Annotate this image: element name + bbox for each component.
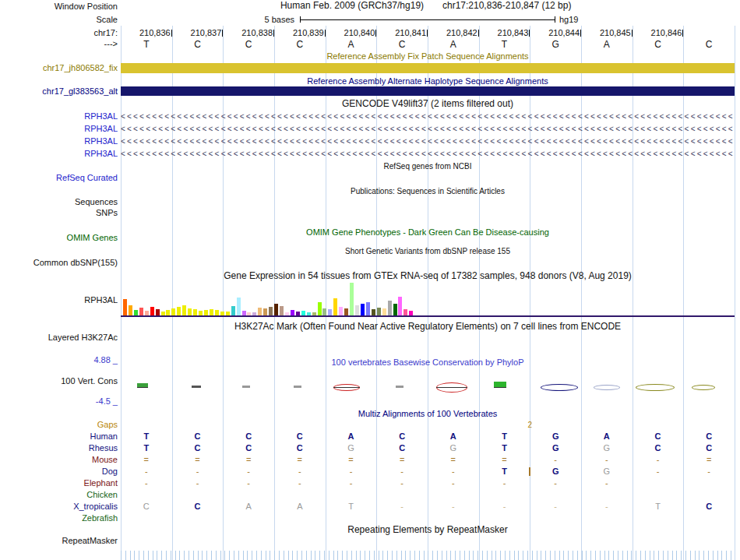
alt-haplotype-track-label[interactable]: chr17_gl383563_alt	[0, 86, 118, 97]
alignment-base: -	[240, 478, 257, 488]
sequences-label[interactable]: Sequences	[0, 197, 118, 207]
species-label-rhesus[interactable]: Rhesus	[0, 443, 118, 453]
gtex-expression-bar[interactable]	[204, 310, 208, 315]
multiz-track-title[interactable]: Multiz Alignments of 100 Vertebrates	[358, 409, 498, 419]
phylop-curve	[692, 385, 715, 390]
alignment-base: -	[291, 467, 308, 477]
gtex-expression-bar[interactable]	[231, 306, 235, 315]
gtex-expression-bar[interactable]	[372, 309, 375, 315]
species-label-human[interactable]: Human	[0, 431, 118, 442]
gtex-expression-bar[interactable]	[350, 283, 354, 315]
gtex-expression-bar[interactable]	[339, 307, 343, 315]
gtex-expression-bar[interactable]	[156, 309, 160, 315]
gtex-expression-bar[interactable]	[139, 308, 143, 315]
gtex-expression-bar[interactable]	[263, 308, 267, 315]
gtex-expression-bar[interactable]	[215, 310, 219, 315]
gtex-expression-bar[interactable]	[333, 298, 337, 315]
gtex-expression-bar[interactable]	[210, 309, 213, 315]
gtex-expression-bar[interactable]	[382, 308, 386, 315]
base-position-bottom-ruler[interactable]	[121, 551, 735, 560]
gencode-transcript-arrows[interactable]: <<<<<<<<<<<<<<<<<<<<<<<<<<<<<<<<<<<<<<<<…	[121, 111, 735, 122]
gtex-expression-bar[interactable]	[377, 308, 381, 315]
gencode-transcript-arrows[interactable]: <<<<<<<<<<<<<<<<<<<<<<<<<<<<<<<<<<<<<<<<…	[121, 149, 735, 159]
alignment-base: -	[445, 467, 462, 477]
species-label-dog[interactable]: Dog	[0, 467, 118, 477]
gtex-expression-bar[interactable]	[322, 308, 326, 315]
base-gridline	[121, 26, 122, 560]
gtex-gene-label[interactable]: RPH3AL	[0, 295, 118, 305]
dbsnp-track-title[interactable]: Short Genetic Variants from dbSNP releas…	[345, 246, 510, 256]
chromosome-label: chr17:	[0, 28, 118, 38]
coordinate-tick	[682, 30, 683, 37]
publications-track-title[interactable]: Publications: Sequences in Scientific Ar…	[351, 186, 505, 196]
fix-patch-track-label[interactable]: chr17_jh806582_fix	[0, 63, 118, 73]
h3k27ac-track-title[interactable]: H3K27Ac Mark (Often Found Near Active Re…	[234, 322, 621, 332]
alignment-base: T	[138, 431, 155, 442]
gtex-expression-bar[interactable]	[403, 309, 407, 315]
species-label-elephant[interactable]: Elephant	[0, 478, 118, 488]
gencode-gene-label[interactable]: RPH3AL	[0, 136, 118, 146]
alignment-base: =	[343, 455, 360, 465]
gencode-track-title[interactable]: GENCODE V49lift37 (2 items filtered out)	[342, 99, 513, 109]
alignment-base: G	[547, 467, 564, 477]
alignment-base: -	[445, 478, 462, 488]
gtex-expression-bar[interactable]	[328, 309, 332, 315]
gtex-expression-bar[interactable]	[291, 310, 294, 315]
fix-patch-alignment-bar[interactable]	[121, 63, 735, 73]
repeatmasker-track-title[interactable]: Repeating Elements by RepeatMasker	[347, 525, 507, 535]
gtex-expression-bar[interactable]	[318, 302, 322, 315]
gtex-expression-bar[interactable]	[134, 310, 138, 315]
alignment-base: -	[547, 478, 564, 488]
gtex-track-title[interactable]: Gene Expression in 54 tissues from GTEx …	[224, 271, 632, 281]
h3k27ac-label[interactable]: Layered H3K27Ac	[0, 333, 118, 343]
snps-label[interactable]: SNPs	[0, 208, 118, 218]
gtex-gene-model-line[interactable]	[121, 315, 735, 317]
gtex-expression-bar[interactable]	[177, 307, 181, 315]
species-label-chicken[interactable]: Chicken	[0, 490, 118, 500]
gtex-expression-bar[interactable]	[393, 304, 397, 315]
phylop-track-label[interactable]: 100 Vert. Cons	[0, 376, 118, 386]
repeatmasker-label[interactable]: RepeatMasker	[0, 536, 118, 546]
gtex-expression-bar[interactable]	[123, 299, 127, 315]
gtex-expression-bar[interactable]	[150, 307, 154, 315]
species-label-x_tropicalis[interactable]: X_tropicalis	[0, 502, 118, 512]
gtex-expression-bar[interactable]	[388, 301, 392, 315]
species-label-gaps[interactable]: Gaps	[0, 420, 118, 430]
gencode-gene-label[interactable]: RPH3AL	[0, 149, 118, 159]
omim-genes-label[interactable]: OMIM Genes	[0, 233, 118, 243]
gencode-gene-label[interactable]: RPH3AL	[0, 111, 118, 122]
gtex-expression-bar[interactable]	[361, 304, 365, 315]
fix-patch-track-title[interactable]: Reference Assembly Fix Patch Sequence Al…	[326, 51, 528, 62]
species-label-zebrafish[interactable]: Zebrafish	[0, 513, 118, 523]
gtex-expression-bar[interactable]	[258, 308, 262, 315]
gtex-expression-bar[interactable]	[344, 308, 348, 315]
alignment-base: C	[240, 431, 257, 442]
gencode-transcript-arrows[interactable]: <<<<<<<<<<<<<<<<<<<<<<<<<<<<<<<<<<<<<<<<…	[121, 136, 735, 146]
species-label-mouse[interactable]: Mouse	[0, 455, 118, 465]
gtex-expression-bar[interactable]	[274, 304, 278, 315]
alignment-base: T	[138, 443, 155, 453]
gencode-transcript-arrows[interactable]: <<<<<<<<<<<<<<<<<<<<<<<<<<<<<<<<<<<<<<<<…	[121, 124, 735, 134]
gencode-gene-label[interactable]: RPH3AL	[0, 124, 118, 134]
gtex-expression-bar[interactable]	[166, 310, 170, 315]
alt-haplotype-alignment-bar[interactable]	[121, 86, 735, 96]
gtex-expression-bar[interactable]	[193, 309, 197, 315]
reference-base: A	[598, 39, 615, 50]
gtex-expression-bar[interactable]	[237, 298, 241, 315]
phylop-track-title[interactable]: 100 vertebrates Basewise Conservation by…	[331, 357, 523, 368]
gtex-expression-bar[interactable]	[280, 306, 284, 315]
omim-track-title[interactable]: OMIM Gene Phenotypes - Dark Green Can Be…	[306, 227, 549, 238]
gtex-expression-bar[interactable]	[269, 307, 273, 315]
alignment-base: G	[343, 443, 360, 453]
refseq-track-title[interactable]: RefSeq genes from NCBI	[384, 161, 472, 171]
gtex-expression-bar[interactable]	[398, 297, 402, 315]
alt-haplotype-track-title[interactable]: Reference Assembly Alternate Haplotype S…	[307, 76, 548, 86]
gtex-expression-bar[interactable]	[182, 305, 186, 315]
dbsnp-label[interactable]: Common dbSNP(155)	[0, 258, 118, 268]
gtex-expression-bar[interactable]	[366, 302, 370, 315]
refseq-curated-label[interactable]: RefSeq Curated	[0, 173, 118, 183]
gtex-expression-bar[interactable]	[188, 308, 192, 315]
gtex-expression-bar[interactable]	[355, 305, 359, 315]
gtex-expression-bar[interactable]	[171, 308, 175, 315]
gtex-expression-bar[interactable]	[129, 305, 132, 315]
